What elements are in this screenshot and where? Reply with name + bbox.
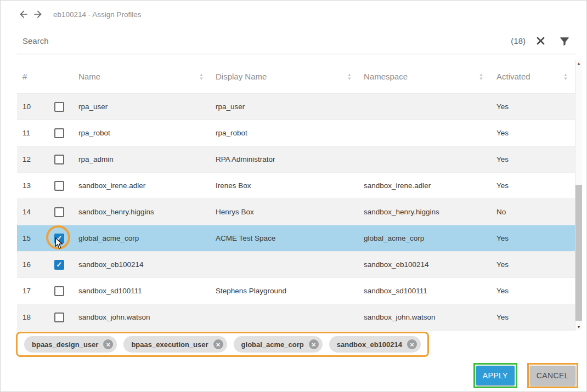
chip-remove-icon[interactable]: × xyxy=(309,339,319,349)
cancel-annotation-box: CANCEL xyxy=(527,363,578,388)
cell-display-name: Henrys Box xyxy=(211,199,359,225)
row-checkbox[interactable] xyxy=(54,128,64,138)
table-row[interactable]: 17sandbox_sd100111Stephens Playgroundsan… xyxy=(17,278,575,304)
checkbox-cell xyxy=(53,94,74,120)
scroll-track[interactable] xyxy=(575,67,582,323)
row-checkbox[interactable] xyxy=(54,102,64,112)
cell-display-name: rpa_robot xyxy=(211,120,359,146)
scroll-up-icon[interactable]: ▲ xyxy=(575,60,582,67)
table-row[interactable]: 10rpa_userrpa_userYes xyxy=(17,94,575,120)
row-checkbox[interactable] xyxy=(54,181,64,191)
sort-icon[interactable]: ▲▼ xyxy=(479,73,483,81)
chip-remove-icon[interactable]: × xyxy=(407,339,417,349)
checkbox-cell: ✓ xyxy=(53,225,74,251)
cell-name: rpa_user xyxy=(74,94,211,120)
sort-icon[interactable]: ▲▼ xyxy=(199,73,204,81)
cell-activated: No xyxy=(491,199,575,225)
apply-annotation-box: APPLY xyxy=(473,363,517,388)
page-title: eb100214 - Assign Profiles xyxy=(53,10,142,19)
column-label: Activated xyxy=(496,72,530,81)
action-buttons: APPLY CANCEL xyxy=(473,363,578,388)
cell-display-name xyxy=(211,304,359,330)
row-checkbox[interactable] xyxy=(54,207,64,217)
forward-icon[interactable] xyxy=(32,9,43,20)
column-header-namespace[interactable]: Namespace▲▼ xyxy=(359,60,491,93)
column-header-name[interactable]: Name▲▼ xyxy=(74,60,211,93)
chip-remove-icon[interactable]: × xyxy=(103,339,113,349)
table-row[interactable]: 18sandbox_john.watsonsandbox_john.watson… xyxy=(17,304,575,331)
cell-display-name: ACME Test Space xyxy=(211,225,359,251)
profile-chip: bpaas_design_user× xyxy=(24,336,117,353)
column-label: Name xyxy=(78,72,100,81)
cell-row-number: 10 xyxy=(17,94,53,120)
row-checkbox[interactable]: ✓ xyxy=(54,234,64,243)
cell-row-number: 16 xyxy=(17,252,53,277)
checkbox-cell xyxy=(53,199,74,225)
cell-activated: Yes xyxy=(491,278,575,304)
cell-namespace: sandbox_eb100214 xyxy=(359,252,491,277)
filter-icon[interactable] xyxy=(559,36,570,47)
assign-profiles-window: eb100214 - Assign Profiles (18) #Name▲▼D… xyxy=(0,0,587,392)
checkbox-cell xyxy=(53,173,74,198)
cell-namespace: sandbox_irene.adler xyxy=(359,173,491,198)
cell-name: sandbox_irene.adler xyxy=(74,173,211,198)
table-row[interactable]: 15✓global_acme_corpACME Test Spaceglobal… xyxy=(17,225,575,252)
clear-search-icon[interactable] xyxy=(535,36,546,46)
sort-icon[interactable]: ▲▼ xyxy=(347,73,352,81)
cell-activated: Yes xyxy=(491,173,575,198)
back-icon[interactable] xyxy=(18,9,29,20)
cell-row-number: 15 xyxy=(17,225,53,251)
search-bar: (18) xyxy=(17,28,575,54)
checkbox-cell xyxy=(53,278,74,304)
cell-namespace: global_acme_corp xyxy=(359,225,491,251)
cell-row-number: 11 xyxy=(17,120,53,146)
header-checkbox-spacer xyxy=(53,60,74,93)
cell-name: sandbox_sd100111 xyxy=(74,278,211,304)
cell-namespace xyxy=(359,146,491,172)
cell-row-number: 18 xyxy=(17,304,53,330)
row-checkbox[interactable]: ✓ xyxy=(54,260,64,270)
table-row[interactable]: 14sandbox_henry.higginsHenrys Boxsandbox… xyxy=(17,199,575,225)
cell-activated: Yes xyxy=(491,120,575,146)
checkbox-cell xyxy=(53,304,74,330)
table-row[interactable]: 13sandbox_irene.adlerIrenes Boxsandbox_i… xyxy=(17,173,575,199)
checkbox-cell xyxy=(53,120,74,146)
chip-remove-icon[interactable]: × xyxy=(213,339,223,349)
cell-namespace: sandbox_henry.higgins xyxy=(359,199,491,225)
table-body: 10rpa_userrpa_userYes11rpa_robotrpa_robo… xyxy=(17,94,575,331)
table-header: #Name▲▼Display Name▲▼Namespace▲▼Activate… xyxy=(17,60,575,94)
row-checkbox[interactable] xyxy=(54,155,64,164)
apply-button[interactable]: APPLY xyxy=(476,366,515,385)
result-count: (18) xyxy=(511,36,526,46)
row-checkbox[interactable] xyxy=(54,313,64,322)
chip-label: sandbox_eb100214 xyxy=(337,340,402,349)
cell-row-number: 17 xyxy=(17,278,53,304)
column-header-: # xyxy=(17,60,53,93)
scroll-down-icon[interactable]: ▼ xyxy=(575,323,582,331)
profile-chip: global_acme_corp× xyxy=(234,336,323,353)
row-checkbox[interactable] xyxy=(54,286,64,296)
cancel-button[interactable]: CANCEL xyxy=(530,366,575,385)
chip-label: bpaas_design_user xyxy=(32,340,98,349)
cell-activated: Yes xyxy=(491,94,575,120)
table-row[interactable]: 12rpa_adminRPA AdministratorYes xyxy=(17,146,575,173)
column-header-activated[interactable]: Activated▲▼ xyxy=(491,60,575,93)
table-row[interactable]: 16✓sandbox_eb100214sandbox_eb100214Yes xyxy=(17,252,575,278)
cell-activated: Yes xyxy=(491,146,575,172)
scroll-thumb[interactable] xyxy=(575,185,582,321)
cell-name: sandbox_henry.higgins xyxy=(74,199,211,225)
column-header-displayname[interactable]: Display Name▲▼ xyxy=(211,60,359,93)
sort-icon[interactable]: ▲▼ xyxy=(563,73,568,81)
cell-namespace xyxy=(359,94,491,120)
scrollbar[interactable]: ▲ ▼ xyxy=(575,60,582,331)
cell-display-name xyxy=(211,252,359,277)
top-bar: eb100214 - Assign Profiles xyxy=(1,1,586,28)
cell-name: sandbox_eb100214 xyxy=(74,252,211,277)
cell-row-number: 13 xyxy=(17,173,53,198)
table-row[interactable]: 11rpa_robotrpa_robotYes xyxy=(17,120,575,146)
search-input[interactable] xyxy=(22,36,511,46)
cell-name: rpa_robot xyxy=(74,120,211,146)
cell-name: rpa_admin xyxy=(74,146,211,172)
cell-namespace: sandbox_sd100111 xyxy=(359,278,491,304)
profile-chip: bpaas_execution_user× xyxy=(123,336,227,353)
